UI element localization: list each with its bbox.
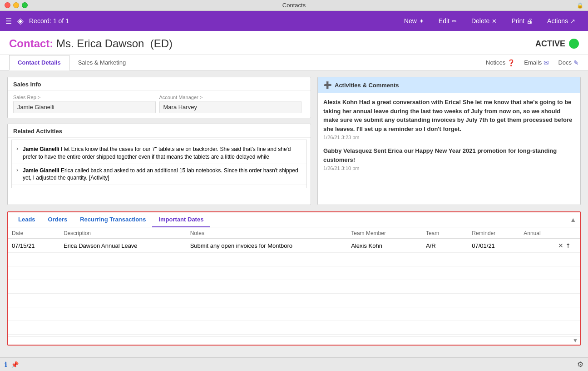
delete-row-button[interactable]: ✕ [558,242,563,249]
table-row: 07/15/21 Erica Dawson Annual Leave Submi… [8,239,580,253]
sales-rep-field: Sales Rep > Jamie Gianelli [13,95,159,113]
close-button[interactable] [5,2,10,8]
table-body: 07/15/21 Erica Dawson Annual Leave Submi… [8,239,580,335]
col-description: Description [60,227,187,239]
cell-team: A/R [422,239,468,253]
col-notes: Notes [187,227,348,239]
cell-date: 07/15/21 [8,239,60,253]
table-row [8,321,580,335]
pin-icon[interactable]: 📌 [11,361,19,368]
contact-header: Contact: Ms. Erica Dawson (ED) ACTIVE [0,31,588,55]
cell-team-member: Alexis Kohn [347,239,422,253]
activity-text: Jamie Gianelli Erica called back and ask… [23,167,302,182]
related-activities-panel: Related Activities › Jamie Gianelli I le… [7,124,311,205]
new-icon: ✦ [419,18,424,25]
table-container[interactable]: Date Description Notes Team Member Team … [8,227,580,336]
tab-sales-marketing[interactable]: Sales & Marketing [69,55,135,70]
col-actions-space [554,227,580,239]
important-dates-table: Date Description Notes Team Member Team … [8,227,580,335]
add-icon[interactable]: ➕ [323,81,332,89]
sales-info-title: Sales Info [8,77,311,91]
tab-important-dates[interactable]: Important Dates [152,212,210,227]
actions-button[interactable]: Actions ↗ [540,15,583,27]
cell-notes: Submit any open invoices for Montboro [187,239,348,253]
activity-author: Jamie Gianelli [23,167,61,174]
comment-date: 1/26/21 3:10 pm [323,165,575,171]
cell-annual [520,239,554,253]
contact-full-name: Ms. Erica Dawson (ED) [56,37,173,50]
list-item: › Jamie Gianelli I let Erica know that t… [12,143,306,164]
tab-orders[interactable]: Orders [42,212,74,227]
notices-label: Notices [486,59,505,66]
notices-link[interactable]: Notices ❓ [486,59,515,66]
toolbar-right: New ✦ Edit ✏ Delete ✕ Print 🖨 Actions ↗ [397,15,583,27]
emails-link[interactable]: Emails ✉ [524,59,549,66]
comment-text: Alexis Kohn Had a great conversation wit… [323,98,575,133]
new-button[interactable]: New ✦ [397,15,431,27]
activities-comments-panel: ➕ Activities & Comments Alexis Kohn Had … [317,77,581,205]
tab-recurring-transactions[interactable]: Recurring Transactions [74,212,152,227]
edit-label: Edit [439,17,450,25]
menu-icon[interactable]: ☰ [5,17,12,25]
cell-row-actions: ✕ ↗ [554,239,580,253]
bottom-bar: ℹ 📌 ⚙ [0,357,588,371]
active-dot [569,39,579,49]
account-manager-value[interactable]: Mara Harvey [159,101,302,113]
status-text: ACTIVE [535,39,565,49]
info-icon[interactable]: ℹ [5,361,7,369]
table-row [8,253,580,266]
comment-author: Alexis Kohn [323,99,357,105]
diamond-icon[interactable]: ◈ [17,16,24,26]
gear-icon[interactable]: ⚙ [577,360,583,369]
actions-label: Actions [547,17,568,25]
maximize-button[interactable] [22,2,28,8]
activities-list[interactable]: › Jamie Gianelli I let Erica know that t… [11,140,307,188]
contact-name-area: Contact: Ms. Erica Dawson (ED) [9,37,173,50]
col-team-member: Team Member [347,227,422,239]
actions-icon: ↗ [570,18,575,25]
arrow-icon: › [16,167,21,173]
comment-block: Alexis Kohn Had a great conversation wit… [323,98,575,140]
col-reminder: Reminder [468,227,520,239]
print-button[interactable]: Print 🖨 [504,15,540,27]
activities-comments-title: Activities & Comments [335,82,399,89]
comment-date: 1/26/21 3:23 pm [323,135,575,140]
bottom-tabs: Leads Orders Recurring Transactions Impo… [8,212,580,227]
docs-link[interactable]: Docs ✎ [558,59,579,66]
row-actions: ✕ ↗ [558,242,576,249]
notices-icon: ❓ [507,59,515,66]
tab-leads[interactable]: Leads [12,212,42,227]
comment-body: Had a great conversation with Erica! She… [323,99,572,132]
docs-icon: ✎ [573,59,579,66]
account-manager-field: Account Manager > Mara Harvey [159,95,306,113]
tab-contact-details[interactable]: Contact Details [9,55,69,70]
contact-label: Contact: [9,37,53,50]
col-annual: Annual [520,227,554,239]
new-label: New [404,17,417,25]
main-content: Sales Info Sales Rep > Jamie Gianelli Ac… [0,70,588,211]
open-row-button[interactable]: ↗ [563,241,573,250]
table-row [8,294,580,307]
comment-block: Gabby Velasquez Sent Erica our Happy New… [323,146,575,171]
title-bar: Contacts 🔒 [0,0,588,11]
list-item: › Jamie Gianelli Erica called back and a… [12,164,306,186]
activities-comments-content: Alexis Kohn Had a great conversation wit… [318,93,580,182]
table-row [8,307,580,321]
main-tabs-row: Contact Details Sales & Marketing Notice… [0,55,588,70]
main-tabs: Contact Details Sales & Marketing [9,55,134,70]
emails-label: Emails [524,59,542,66]
edit-button[interactable]: Edit ✏ [431,15,464,27]
delete-button[interactable]: Delete ✕ [464,15,504,27]
table-header: Date Description Notes Team Member Team … [8,227,580,239]
minimize-button[interactable] [13,2,19,8]
arrow-icon: › [16,145,21,152]
sales-info-grid: Sales Rep > Jamie Gianelli Account Manag… [8,91,311,118]
scroll-up[interactable]: ▲ [570,212,576,227]
comment-text: Gabby Velasquez Sent Erica our Happy New… [323,146,575,164]
sales-rep-value[interactable]: Jamie Gianelli [13,101,156,113]
table-row [8,280,580,294]
emails-icon: ✉ [544,59,549,66]
docs-label: Docs [558,59,572,66]
scroll-down-icon[interactable]: ▼ [573,337,578,344]
tab-actions: Notices ❓ Emails ✉ Docs ✎ [486,59,579,66]
